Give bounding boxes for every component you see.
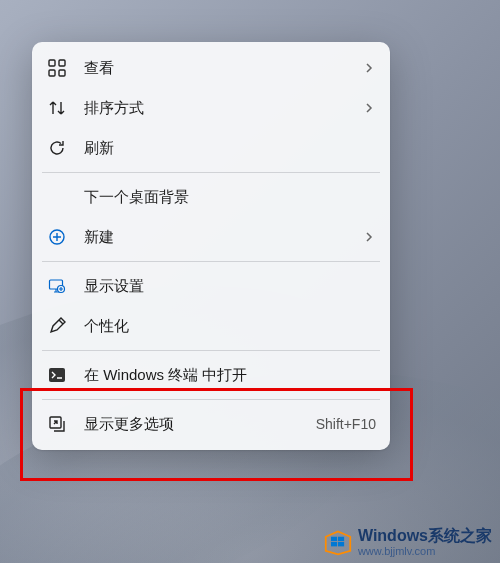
menu-label: 下一个桌面背景 [84, 188, 376, 207]
menu-item-refresh[interactable]: 刷新 [32, 128, 390, 168]
menu-item-new[interactable]: 新建 [32, 217, 390, 257]
menu-item-sort[interactable]: 排序方式 [32, 88, 390, 128]
menu-item-personalize[interactable]: 个性化 [32, 306, 390, 346]
svg-rect-0 [49, 60, 55, 66]
menu-label: 显示更多选项 [84, 415, 316, 434]
menu-item-more-options[interactable]: 显示更多选项 Shift+F10 [32, 404, 390, 444]
svg-rect-11 [338, 537, 344, 541]
desktop-context-menu: 查看 排序方式 刷新 下一个桌面背景 [32, 42, 390, 450]
svg-rect-3 [59, 70, 65, 76]
terminal-icon [46, 364, 68, 386]
menu-divider [42, 399, 380, 400]
svg-rect-1 [59, 60, 65, 66]
menu-label: 在 Windows 终端 中打开 [84, 366, 376, 385]
view-icon [46, 57, 68, 79]
refresh-icon [46, 137, 68, 159]
more-icon [46, 413, 68, 435]
menu-label: 排序方式 [84, 99, 362, 118]
svg-rect-2 [49, 70, 55, 76]
chevron-right-icon [362, 101, 376, 115]
menu-item-terminal[interactable]: 在 Windows 终端 中打开 [32, 355, 390, 395]
svg-rect-12 [331, 542, 337, 546]
svg-rect-7 [49, 368, 65, 382]
sort-icon [46, 97, 68, 119]
menu-divider [42, 172, 380, 173]
chevron-right-icon [362, 230, 376, 244]
watermark: Windows系统之家 www.bjjmlv.com [324, 527, 492, 557]
menu-label: 新建 [84, 228, 362, 247]
menu-label: 查看 [84, 59, 362, 78]
new-icon [46, 226, 68, 248]
blank-icon [46, 186, 68, 208]
windows-logo-icon [324, 528, 352, 556]
menu-item-display-settings[interactable]: 显示设置 [32, 266, 390, 306]
menu-label: 个性化 [84, 317, 376, 336]
svg-rect-10 [331, 537, 337, 541]
menu-divider [42, 350, 380, 351]
watermark-title: Windows系统之家 [358, 527, 492, 545]
chevron-right-icon [362, 61, 376, 75]
shortcut-text: Shift+F10 [316, 416, 376, 432]
personalize-icon [46, 315, 68, 337]
menu-item-next-background[interactable]: 下一个桌面背景 [32, 177, 390, 217]
display-icon [46, 275, 68, 297]
svg-rect-13 [338, 542, 344, 546]
menu-item-view[interactable]: 查看 [32, 48, 390, 88]
menu-divider [42, 261, 380, 262]
menu-label: 刷新 [84, 139, 376, 158]
menu-label: 显示设置 [84, 277, 376, 296]
watermark-url: www.bjjmlv.com [358, 545, 492, 557]
